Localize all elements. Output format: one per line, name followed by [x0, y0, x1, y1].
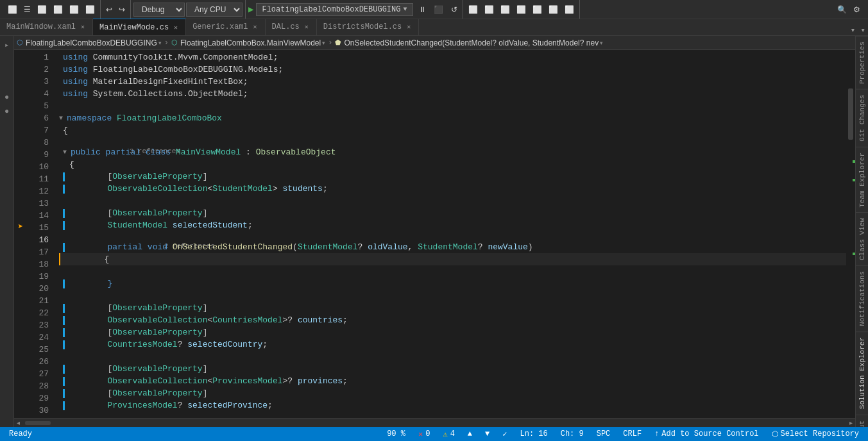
panel-output[interactable]: Output — [856, 415, 868, 427]
tab-close-active[interactable]: ✕ — [173, 23, 179, 32]
line-num-12: 12 — [27, 185, 49, 197]
code-content[interactable]: using CommunityToolkit.Mvvm.ComponentMod… — [54, 50, 846, 418]
toolbar-misc-btn2[interactable]: ⬜ — [482, 4, 497, 15]
restart-button[interactable]: ↺ — [448, 4, 460, 15]
line-num-13: 13 — [27, 197, 49, 210]
code-line-1: using CommunityToolkit.Mvvm.ComponentMod… — [59, 51, 846, 63]
horizontal-scroll-bar[interactable]: ◂ ▸ — [14, 418, 855, 427]
code-line-7: { — [59, 124, 846, 137]
scrollbar-track[interactable] — [846, 50, 855, 418]
tab-generic-xaml[interactable]: Generic.xaml ✕ — [186, 19, 265, 35]
line-num-24: 24 — [27, 331, 49, 344]
add-to-source-control-btn[interactable]: ↑ Add to Source Control — [651, 427, 762, 441]
repo-icon: ⬡ — [772, 429, 778, 439]
panel-class-view[interactable]: Class View — [856, 212, 868, 265]
status-zoom[interactable]: 90 % — [383, 427, 409, 441]
line-num-25: 25 — [27, 344, 49, 356]
line-num-15: 15 — [27, 222, 49, 234]
tab-mainwindow-xaml[interactable]: MainWindow.xaml ✕ — [0, 19, 93, 35]
project-dropdown[interactable]: FloatingLabelComboBoxDEBUGGING ▼ — [256, 3, 413, 16]
status-crlf[interactable]: CRLF — [619, 427, 645, 441]
panel-solution-explorer[interactable]: Solution Explorer — [856, 331, 868, 414]
toolbar-icon-btn2[interactable]: ☰ — [21, 4, 33, 15]
code-line-28: ProvincesModel? selectedProvince; — [59, 399, 846, 412]
error-icon: ✕ — [418, 429, 423, 439]
status-left: Ready — [5, 427, 383, 441]
tab-close[interactable]: ✕ — [80, 22, 86, 31]
run-icon: ▶ — [248, 4, 253, 15]
collapse-icon-ns[interactable]: ▼ — [59, 112, 65, 124]
tab-close-districts[interactable]: ✕ — [405, 22, 412, 31]
status-ch[interactable]: Ch: 9 — [557, 427, 588, 441]
right-sidebar: Properties Git Changes Team Explorer Cla… — [855, 36, 868, 427]
status-errors[interactable]: ✕ 0 — [414, 427, 434, 441]
panel-git-changes[interactable]: Git Changes — [856, 89, 868, 147]
tab-label-generic: Generic.xaml — [192, 22, 248, 31]
tab-dal-cs[interactable]: DAL.cs ✕ — [266, 19, 317, 35]
tabs-overflow-btn[interactable]: ▾ ▾ — [848, 25, 868, 35]
nav-dropdown-namespace[interactable]: FloatingLabelComboBoxDEBUGGING ▾ — [26, 38, 162, 47]
toolbar-misc-btn6[interactable]: ⬜ — [546, 4, 561, 15]
collapse-icon-class[interactable]: ▼ — [63, 146, 69, 158]
pause-button[interactable]: ⏸ — [416, 4, 429, 15]
cpu-dropdown[interactable]: Any CPU — [186, 3, 243, 17]
status-nav-up[interactable]: ▲ — [464, 427, 476, 441]
toolbar-settings-btn[interactable]: ⚙ — [851, 4, 863, 15]
line-num-7: 7 — [27, 124, 49, 137]
tab-close-generic[interactable]: ✕ — [252, 22, 259, 31]
status-ln[interactable]: Ln: 16 — [516, 427, 551, 441]
panel-properties[interactable]: Properties — [856, 36, 868, 89]
select-repository-btn[interactable]: ⬡ Select Repository — [768, 427, 863, 441]
toolbar-misc-btn4[interactable]: ⬜ — [514, 4, 529, 15]
nav-dropdown-class[interactable]: FloatingLabelComboBox.MainViewModel ▾ — [180, 38, 325, 47]
toolbar-icon-btn6[interactable]: ⬜ — [83, 4, 98, 15]
status-ready[interactable]: Ready — [5, 427, 36, 441]
toolbar-misc-btn7[interactable]: ⬜ — [562, 4, 577, 15]
toolbar-icon-btn3[interactable]: ⬜ — [35, 4, 49, 15]
debug-dropdown[interactable]: Debug — [133, 3, 185, 17]
undo-button[interactable]: ↩ — [103, 4, 115, 15]
tab-districts-model[interactable]: DistrictsModel.cs ✕ — [317, 19, 419, 35]
kw-using-1: using — [63, 51, 93, 63]
status-checkmark[interactable]: ✓ — [498, 427, 511, 441]
tab-label-active: MainViewMode.cs — [99, 23, 169, 32]
zoom-text: 90 % — [387, 429, 405, 438]
toolbar-icon-btn5[interactable]: ⬜ — [67, 4, 81, 15]
status-spc[interactable]: SPC — [593, 427, 615, 441]
blue-bar-15 — [63, 243, 65, 252]
toolbar-file-group: ⬜ ☰ ⬜ ⬜ ⬜ ⬜ — [3, 0, 101, 19]
toolbar-icon-btn[interactable]: ⬜ — [5, 4, 20, 15]
line-numbers: 1 2 3 4 5 6 7 8 9 10 11 12 13 14 15 16 1… — [27, 50, 54, 418]
stop-button[interactable]: ⬛ — [431, 4, 446, 15]
blue-bar-20 — [63, 304, 65, 313]
scrollbar-thumb[interactable] — [848, 88, 853, 140]
status-warnings[interactable]: ⚠ 4 — [439, 427, 458, 441]
nav-dropdown-method[interactable]: OnSelectedStudentChanged(StudentModel? o… — [344, 38, 603, 47]
hscroll-thumb[interactable] — [25, 421, 51, 425]
line-num-10: 10 — [27, 161, 49, 173]
activity-icon-dot[interactable]: ● — [1, 91, 13, 104]
hscroll-track[interactable] — [25, 421, 844, 425]
toolbar-search-btn[interactable]: 🔍 — [835, 4, 849, 15]
scroll-mark-green-2 — [853, 179, 855, 181]
panel-team-explorer[interactable]: Team Explorer — [856, 147, 868, 213]
toolbar-icon-btn4[interactable]: ⬜ — [51, 4, 65, 15]
redo-button[interactable]: ↪ — [116, 4, 128, 15]
toolbar-misc-btn3[interactable]: ⬜ — [498, 4, 513, 15]
activity-icon-dot2[interactable]: ● — [1, 105, 13, 118]
toolbar-misc-btn[interactable]: ⬜ — [466, 4, 481, 15]
scroll-right-btn[interactable]: ▸ — [847, 419, 855, 426]
toolbar-misc-btn5[interactable]: ⬜ — [530, 4, 545, 15]
tab-label-districts: DistrictsModel.cs — [323, 22, 402, 31]
tab-close-dal[interactable]: ✕ — [303, 22, 310, 31]
debug-arrow-icon: ➤ — [18, 221, 23, 232]
code-line-6: ▼ namespace FloatingLabelComboBox — [59, 112, 846, 124]
panel-notifications[interactable]: Notifications — [856, 265, 868, 331]
blue-bar-11 — [63, 185, 65, 194]
scroll-left-btn[interactable]: ◂ — [14, 419, 22, 426]
code-line-14: StudentModel selectedStudent; — [59, 219, 846, 231]
activity-icon-expand[interactable]: ▸ — [1, 38, 13, 51]
status-nav-down[interactable]: ▼ — [481, 427, 493, 441]
nav-icon-method: ⬟ — [335, 38, 341, 47]
tab-mainviewmodel-cs[interactable]: MainViewMode.cs ✕ — [93, 19, 186, 35]
